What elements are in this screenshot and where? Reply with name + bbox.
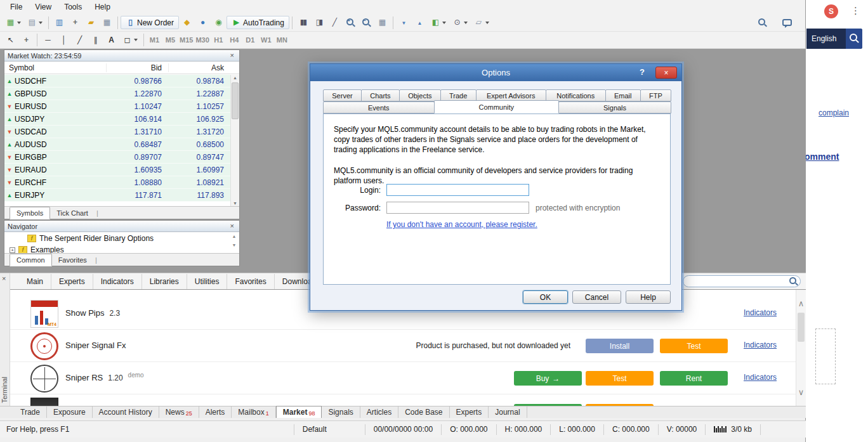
scroll-down-icon[interactable]: [796, 387, 806, 397]
terminal-toggle-button[interactable]: [99, 16, 115, 29]
tab-tick-chart[interactable]: Tick Chart: [50, 207, 95, 219]
subtab-experts[interactable]: Experts: [51, 274, 93, 289]
scroll-down-icon[interactable]: [231, 201, 239, 205]
market-watch-row[interactable]: AUDUSD0.684870.68500: [4, 138, 230, 151]
tree-item-serpent-rider[interactable]: f The Serpent Rider Binary Options: [4, 233, 239, 244]
zoom-out-button[interactable]: −: [358, 16, 374, 29]
menu-file[interactable]: File: [4, 1, 29, 13]
templates-button[interactable]: [471, 16, 492, 29]
test-button[interactable]: Test: [586, 371, 654, 386]
trendline-button[interactable]: [72, 34, 88, 47]
market-watch-row[interactable]: USDCAD1.317101.31720: [4, 126, 230, 138]
subtab-libraries[interactable]: Libraries: [142, 274, 187, 289]
terminal-tab-mailbox[interactable]: Mailbox1: [232, 406, 275, 418]
horizontal-line-button[interactable]: [40, 34, 56, 47]
market-watch-row[interactable]: EURAUD1.609351.60997: [4, 164, 230, 176]
terminal-tab-signals[interactable]: Signals: [322, 406, 360, 418]
crosshair-button[interactable]: [18, 34, 34, 47]
market-watch-row[interactable]: EURUSD1.102471.10257: [4, 100, 230, 113]
terminal-tab-exposure[interactable]: Exposure: [47, 406, 93, 418]
terminal-tab-articles[interactable]: Articles: [360, 406, 398, 418]
tab-server[interactable]: Server: [323, 89, 362, 101]
data-window-button[interactable]: [67, 16, 83, 29]
shapes-button[interactable]: [119, 34, 141, 47]
sounds-button[interactable]: [211, 16, 227, 29]
timeframe-m30-button[interactable]: M30: [194, 34, 210, 46]
terminal-tab-news[interactable]: News25: [159, 406, 199, 418]
terminal-tab-alerts[interactable]: Alerts: [199, 406, 232, 418]
complain-link[interactable]: complain: [819, 108, 849, 117]
install-button[interactable]: Install: [586, 339, 654, 353]
tab-email[interactable]: Email: [605, 89, 641, 101]
column-ask[interactable]: Ask: [168, 63, 230, 72]
tab-community[interactable]: Community: [434, 100, 560, 114]
navigator-toggle-button[interactable]: [83, 16, 99, 29]
zoom-in-button[interactable]: +: [343, 16, 358, 29]
tab-favorites[interactable]: Favorites: [52, 254, 93, 266]
menu-view[interactable]: View: [29, 1, 58, 13]
market-watch-row[interactable]: USDCHF0.987660.98784: [4, 75, 230, 88]
scroll-up-icon[interactable]: [231, 75, 239, 80]
track-chart-button[interactable]: [412, 16, 428, 30]
column-bid[interactable]: Bid: [106, 63, 168, 72]
terminal-tab-market[interactable]: Market98: [276, 406, 322, 418]
timeframe-h1-button[interactable]: H1: [211, 34, 227, 46]
new-order-button[interactable]: New Order: [121, 16, 179, 29]
indicators-link[interactable]: Indicators: [744, 341, 777, 349]
line-chart-button[interactable]: [327, 16, 343, 29]
cursor-button[interactable]: [3, 34, 18, 47]
channel-button[interactable]: [88, 34, 103, 47]
market-watch-row[interactable]: EURGBP0.897070.89747: [4, 151, 230, 164]
market-watch-row[interactable]: GBPUSD1.228701.22887: [4, 88, 230, 100]
subtab-indicators[interactable]: Indicators: [93, 274, 142, 289]
product-row-sniper-signal[interactable]: Sniper Signal Fx Product is purchased, b…: [10, 330, 796, 362]
register-link[interactable]: If you don't have an account, please reg…: [386, 220, 537, 229]
terminal-tab-journal[interactable]: Journal: [489, 406, 527, 418]
close-icon[interactable]: [2, 275, 6, 282]
language-search-button[interactable]: English: [806, 29, 862, 49]
product-list-scrollbar[interactable]: [796, 290, 806, 406]
search-input[interactable]: [688, 276, 789, 286]
vertical-line-button[interactable]: [56, 34, 72, 47]
market-watch-toggle-button[interactable]: [51, 16, 67, 29]
terminal-tab-experts[interactable]: Experts: [450, 406, 489, 418]
menu-tools[interactable]: Tools: [58, 1, 88, 13]
cancel-button[interactable]: Cancel: [572, 290, 621, 304]
terminal-tab-code-base[interactable]: Code Base: [398, 406, 449, 418]
scroll-up-icon[interactable]: [796, 299, 806, 308]
password-input[interactable]: [386, 202, 529, 214]
scrollbar-thumb[interactable]: [798, 313, 805, 342]
tab-symbols[interactable]: Symbols: [10, 207, 50, 219]
autotrading-button[interactable]: AutoTrading: [227, 16, 289, 29]
timeframe-m5-button[interactable]: M5: [162, 34, 178, 46]
rent-button[interactable]: Rent: [660, 371, 728, 386]
subtab-utilities[interactable]: Utilities: [187, 274, 228, 289]
market-search-box[interactable]: [683, 275, 801, 287]
indicators-link[interactable]: Indicators: [744, 308, 777, 317]
terminal-tab-trade[interactable]: Trade: [14, 406, 47, 418]
search-button[interactable]: [754, 16, 770, 29]
profiles-button[interactable]: [24, 16, 46, 29]
terminal-tab-account-history[interactable]: Account History: [93, 406, 159, 418]
mql5-community-button[interactable]: [195, 16, 211, 29]
text-label-button[interactable]: [103, 34, 119, 47]
timeframe-h4-button[interactable]: H4: [227, 34, 242, 46]
tab-charts[interactable]: Charts: [361, 89, 400, 101]
menu-help[interactable]: Help: [88, 1, 117, 13]
indicators-link[interactable]: Indicators: [744, 373, 777, 382]
navigator-scrollbar[interactable]: [230, 234, 238, 252]
scroll-down-icon[interactable]: [230, 243, 238, 247]
product-row-partial[interactable]: [10, 395, 796, 406]
timeframe-d1-button[interactable]: D1: [242, 34, 258, 46]
periods-button[interactable]: [449, 16, 471, 29]
timeframe-m1-button[interactable]: M1: [147, 34, 162, 46]
help-icon[interactable]: ?: [636, 67, 648, 77]
new-chart-button[interactable]: [3, 16, 24, 29]
help-button[interactable]: Help: [626, 290, 671, 304]
tab-common[interactable]: Common: [10, 254, 52, 266]
kebab-menu-icon[interactable]: ⋮: [851, 5, 860, 16]
bar-chart-button[interactable]: [295, 16, 311, 29]
market-watch-scrollbar[interactable]: [230, 75, 239, 206]
scrollbar-thumb[interactable]: [232, 82, 239, 119]
column-symbol[interactable]: Symbol: [4, 63, 106, 72]
